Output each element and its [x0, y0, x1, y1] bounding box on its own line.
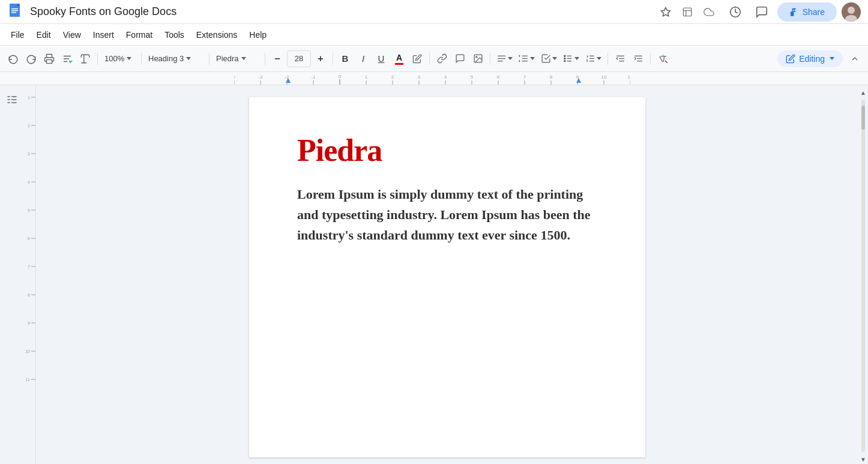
title-actions	[657, 4, 717, 20]
add-comment-button[interactable]	[451, 50, 468, 68]
scroll-up-arrow[interactable]: ▲	[858, 88, 868, 97]
undo-button[interactable]	[5, 50, 22, 68]
menu-help[interactable]: Help	[243, 28, 273, 42]
user-avatar[interactable]	[842, 2, 861, 22]
spellcheck-button[interactable]	[59, 50, 76, 68]
svg-text:-1: -1	[311, 74, 316, 80]
cloud-button[interactable]	[701, 4, 717, 20]
menu-extensions[interactable]: Extensions	[190, 28, 243, 42]
divider-1	[97, 53, 98, 65]
doc-title[interactable]: Spooky Fonts on Google Docs	[30, 5, 657, 18]
comment-button[interactable]	[751, 1, 773, 23]
divider-7	[490, 53, 490, 65]
menu-format[interactable]: Format	[120, 28, 158, 42]
svg-rect-7	[683, 8, 692, 16]
title-bar: Spooky Fonts on Google Docs	[0, 0, 868, 24]
align-button[interactable]	[494, 50, 515, 68]
menu-bar: File Edit View Insert Format Tools Exten…	[0, 24, 868, 46]
clear-formatting-button[interactable]	[654, 50, 671, 68]
increase-font-button[interactable]: +	[312, 50, 329, 68]
doc-area[interactable]: Piedra Lorem Ipsum is simply dummy text …	[36, 85, 858, 464]
image-button[interactable]	[469, 50, 486, 68]
doc-heading[interactable]: Piedra	[297, 133, 597, 167]
divider-6	[429, 53, 430, 65]
decrease-indent-button[interactable]	[612, 50, 628, 68]
italic-button[interactable]: I	[355, 50, 372, 68]
menu-view[interactable]: View	[57, 28, 87, 42]
svg-text:9: 9	[28, 321, 30, 325]
divider-9	[650, 53, 651, 65]
svg-text:10: 10	[601, 74, 607, 80]
svg-rect-4	[11, 10, 18, 11]
zoom-select[interactable]: 100%	[101, 50, 137, 68]
menu-tools[interactable]: Tools	[158, 28, 190, 42]
share-label: Share	[803, 7, 825, 17]
vertical-ruler: 1 2 3 4 5 6 7 8 9 10 11	[24, 85, 36, 464]
line-spacing-button[interactable]	[516, 50, 537, 68]
scroll-down-arrow[interactable]: ▼	[858, 454, 868, 464]
highlight-button[interactable]	[409, 50, 426, 68]
doc-body[interactable]: Lorem Ipsum is simply dummy text of the …	[297, 184, 597, 246]
svg-point-25	[564, 55, 565, 56]
menu-edit[interactable]: Edit	[31, 28, 57, 42]
svg-text:11: 11	[25, 378, 30, 382]
history-button[interactable]	[725, 1, 746, 23]
left-sidebar	[0, 85, 24, 464]
svg-rect-3	[11, 8, 18, 10]
svg-text:8: 8	[28, 293, 30, 297]
svg-text:6: 6	[497, 74, 500, 80]
paint-format-button[interactable]	[77, 50, 94, 68]
decrease-font-button[interactable]: −	[269, 50, 286, 68]
numbered-list-button[interactable]	[583, 50, 604, 68]
spacing-chevron	[530, 57, 535, 60]
link-button[interactable]	[433, 50, 450, 68]
editing-button[interactable]: Editing	[777, 50, 843, 67]
svg-point-27	[564, 61, 565, 62]
align-chevron	[508, 57, 513, 60]
toolbar: 100% Heading 3 Piedra − 28 + B I U A	[0, 46, 868, 72]
zoom-value: 100%	[104, 54, 124, 63]
print-button[interactable]	[41, 50, 58, 68]
svg-text:1: 1	[365, 74, 368, 80]
svg-text:3: 3	[418, 74, 421, 80]
svg-text:5: 5	[28, 208, 30, 212]
svg-text:5: 5	[471, 74, 474, 80]
underline-button[interactable]: U	[373, 50, 390, 68]
header-right: Share	[725, 1, 861, 23]
style-chevron	[186, 57, 191, 60]
outline-toggle[interactable]	[5, 92, 19, 107]
redo-button[interactable]	[23, 50, 40, 68]
style-select[interactable]: Heading 3	[145, 50, 205, 68]
font-size-display[interactable]: 28	[287, 50, 311, 67]
svg-text:10: 10	[25, 349, 30, 354]
svg-text:-2: -2	[285, 74, 289, 80]
text-color-button[interactable]: A	[391, 50, 408, 68]
svg-text:3: 3	[28, 152, 30, 156]
star-button[interactable]	[657, 4, 674, 20]
svg-text:7: 7	[28, 265, 30, 269]
svg-text:0: 0	[339, 74, 342, 79]
collapse-toolbar-button[interactable]	[846, 50, 863, 68]
increase-indent-button[interactable]	[630, 50, 646, 68]
menu-insert[interactable]: Insert	[87, 28, 120, 42]
font-select[interactable]: Piedra	[213, 50, 261, 68]
svg-text:-3: -3	[258, 74, 263, 80]
share-button[interactable]: Share	[777, 2, 837, 22]
editing-chevron	[830, 57, 834, 60]
bold-button[interactable]: B	[337, 50, 354, 68]
zoom-chevron	[127, 57, 131, 60]
document-page[interactable]: Piedra Lorem Ipsum is simply dummy text …	[249, 97, 645, 457]
svg-point-11	[848, 7, 855, 14]
checklist-button[interactable]	[538, 50, 559, 68]
menu-file[interactable]: File	[5, 28, 31, 42]
drive-button[interactable]	[679, 4, 696, 20]
divider-3	[209, 53, 209, 65]
right-panel: ▲ ▼	[858, 85, 868, 464]
svg-text:-4: -4	[234, 74, 235, 80]
svg-text:1: 1	[28, 95, 30, 100]
bullet-list-button[interactable]	[561, 50, 582, 68]
svg-text:4: 4	[28, 180, 30, 184]
style-value: Heading 3	[148, 54, 184, 63]
svg-marker-6	[661, 7, 670, 16]
numberedlist-chevron	[597, 57, 601, 60]
